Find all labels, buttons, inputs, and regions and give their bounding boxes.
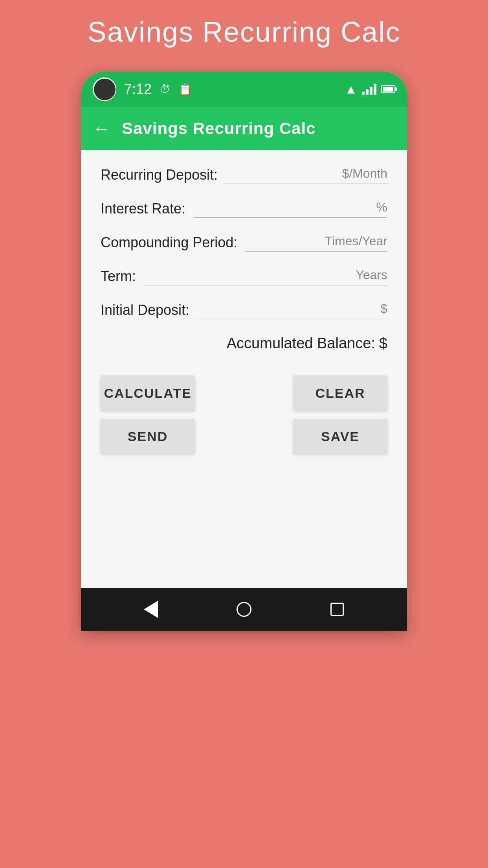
phone-frame: 7:12 ⏱ 📋 ▲ ← Savings Recurring Calc xyxy=(81,72,407,631)
accumulated-balance-row: Accumulated Balance: $ xyxy=(101,335,387,352)
recents-square-icon xyxy=(330,603,344,616)
initial-deposit-input[interactable] xyxy=(197,301,380,316)
avatar xyxy=(93,77,116,101)
initial-deposit-row: Initial Deposit: $ xyxy=(101,301,387,323)
status-time: 7:12 xyxy=(124,81,152,97)
home-circle-icon xyxy=(237,602,251,617)
interest-rate-input-wrapper: % xyxy=(193,200,387,218)
initial-deposit-unit: $ xyxy=(380,302,387,316)
status-bar: 7:12 ⏱ 📋 ▲ xyxy=(81,72,407,107)
compounding-period-label: Compounding Period: xyxy=(101,234,237,251)
term-input[interactable] xyxy=(144,267,356,283)
buttons-row-1: CALCULATE CLEAR xyxy=(101,375,387,411)
back-triangle-icon xyxy=(144,601,158,618)
term-row: Term: Years xyxy=(101,267,387,289)
recurring-deposit-input-wrapper: $/Month xyxy=(226,166,387,184)
interest-rate-row: Interest Rate: % xyxy=(101,200,387,222)
recurring-deposit-row: Recurring Deposit: $/Month xyxy=(101,166,387,188)
calculate-button[interactable]: CALCULATE xyxy=(101,375,195,411)
send-button[interactable]: SEND xyxy=(101,419,195,454)
initial-deposit-label: Initial Deposit: xyxy=(101,302,189,318)
recurring-deposit-input[interactable] xyxy=(226,166,342,181)
back-button[interactable]: ← xyxy=(93,119,110,138)
interest-rate-unit: % xyxy=(376,200,387,215)
navigation-bar xyxy=(81,588,407,631)
initial-deposit-input-wrapper: $ xyxy=(197,301,387,319)
save-button[interactable]: SAVE xyxy=(293,419,387,454)
term-unit: Years xyxy=(356,268,387,282)
battery-icon xyxy=(381,85,395,93)
term-input-wrapper: Years xyxy=(144,267,387,285)
wifi-icon: ▲ xyxy=(345,82,357,97)
interest-rate-input[interactable] xyxy=(193,200,376,215)
accumulated-balance-currency: $ xyxy=(379,335,387,352)
signal-icon xyxy=(362,84,376,95)
nav-recents-button[interactable] xyxy=(321,594,353,625)
recurring-deposit-label: Recurring Deposit: xyxy=(101,167,218,183)
page-title: Savings Recurring Calc xyxy=(88,16,400,48)
app-bar: ← Savings Recurring Calc xyxy=(81,107,407,150)
compounding-period-row: Compounding Period: Times/Year xyxy=(101,234,387,256)
buttons-row-2: SEND SAVE xyxy=(101,419,387,454)
main-content: Recurring Deposit: $/Month Interest Rate… xyxy=(81,150,407,470)
clear-button[interactable]: CLEAR xyxy=(293,375,387,411)
calendar-icon: 📋 xyxy=(178,83,192,96)
timer-icon: ⏱ xyxy=(160,83,171,96)
compounding-period-unit: Times/Year xyxy=(325,234,387,248)
accumulated-balance-label: Accumulated Balance: xyxy=(227,335,375,352)
compounding-period-input[interactable] xyxy=(245,234,325,249)
buttons-section: CALCULATE CLEAR SEND SAVE xyxy=(101,375,387,454)
nav-home-button[interactable] xyxy=(228,594,260,625)
recurring-deposit-unit: $/Month xyxy=(342,166,387,181)
nav-back-button[interactable] xyxy=(135,594,167,625)
term-label: Term: xyxy=(101,268,136,285)
interest-rate-label: Interest Rate: xyxy=(101,200,185,217)
compounding-period-input-wrapper: Times/Year xyxy=(245,234,387,252)
app-bar-title: Savings Recurring Calc xyxy=(122,119,316,138)
content-spacer xyxy=(81,470,407,588)
